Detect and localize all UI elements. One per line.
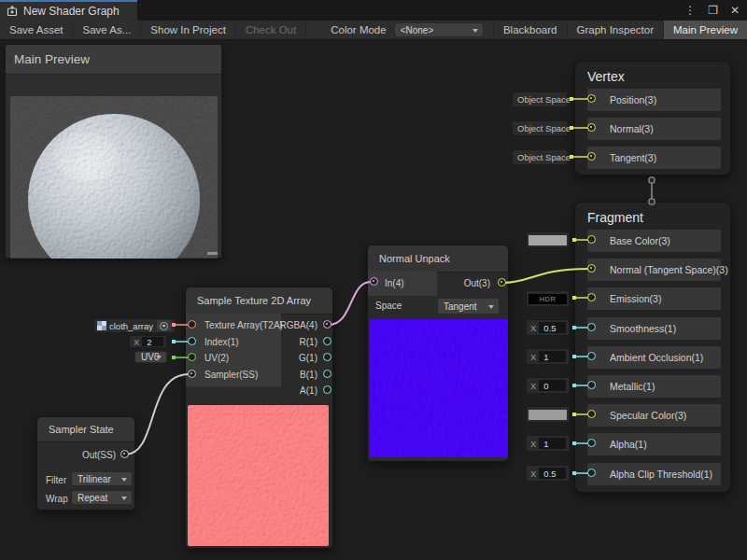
panel-resize-grip[interactable] [207, 252, 218, 255]
specular-color-swatch[interactable] [526, 406, 570, 423]
metallic-field[interactable]: X 0 [526, 377, 570, 394]
sampler-state-node[interactable]: Sampler State Out(SS) Filter Trilinear W… [36, 416, 135, 511]
uv-channel-value: UV0 [141, 352, 159, 362]
port-sampler-in[interactable] [188, 370, 196, 378]
main-preview-toggle[interactable]: Main Preview [663, 21, 747, 39]
tab-new-shader-graph[interactable]: New Shader Graph [0, 0, 137, 21]
smoothness-value[interactable]: 0.5 [539, 322, 566, 333]
port-b-out[interactable] [323, 370, 331, 378]
slot-position-label: Position(3) [610, 94, 656, 105]
slot-normal-ts[interactable]: Normal (Tangent Space)(3) [587, 259, 721, 281]
slot-specular-color[interactable]: Specular Color(3) [587, 404, 721, 427]
port-metallic[interactable] [587, 381, 596, 389]
slot-alpha[interactable]: Alpha(1) [587, 433, 721, 455]
graph-inspector-toggle[interactable]: Graph Inspector [567, 21, 663, 39]
x-label: X [530, 469, 536, 479]
ambient-occlusion-field[interactable]: X 1 [526, 348, 570, 365]
tab-title: New Shader Graph [23, 5, 120, 18]
window-menu-button[interactable]: ⋮ [684, 0, 696, 21]
shader-graph-canvas[interactable]: Main Preview Ver [0, 0, 747, 560]
fragment-node[interactable]: Fragment Base Color(3) Normal (Tangent S… [574, 202, 731, 493]
port-rgba-out[interactable] [323, 320, 331, 329]
port-g-out[interactable] [323, 353, 331, 361]
hdr-color-swatch: HDR [529, 294, 567, 304]
edge-rgba-to-in[interactable] [329, 282, 371, 325]
port-index-in[interactable] [188, 337, 196, 345]
smoothness-field[interactable]: X 0.5 [526, 319, 570, 336]
slot-alpha-clip-threshold[interactable]: Alpha Clip Threshold(1) [587, 463, 721, 485]
binding-badge-tangent[interactable]: Object Space [512, 149, 568, 165]
input-uv-label: UV(2) [204, 353, 229, 363]
port-r-out[interactable] [323, 337, 331, 345]
input-sampler-label: Sampler(SS) [204, 370, 258, 380]
normal-unpack-node[interactable]: Normal Unpack In(4) Out(3) Space Tangent [367, 245, 509, 462]
slot-tangent[interactable]: Tangent(3) [587, 147, 721, 169]
slot-metallic[interactable]: Metallic(1) [587, 375, 721, 398]
vertex-node[interactable]: Vertex Position(3) Normal(3) Tangent(3) [574, 61, 731, 175]
emission-hdr-swatch[interactable]: HDR [526, 290, 570, 307]
alpha-clip-field[interactable]: X 0.5 [526, 465, 570, 482]
badge-port-dot [570, 155, 573, 159]
index-input-field[interactable]: X 2 [129, 335, 167, 348]
space-dropdown[interactable]: Tangent [437, 298, 500, 315]
port-samplerstate-out[interactable] [120, 450, 129, 458]
binding-badge-normal[interactable]: Object Space [512, 120, 568, 136]
main-preview-panel[interactable]: Main Preview [5, 44, 222, 259]
output-a-label: A(1) [300, 385, 317, 396]
port-vertex-tangent[interactable] [587, 152, 596, 161]
alpha-value[interactable]: 1 [539, 438, 566, 449]
show-in-project-button[interactable]: Show In Project [141, 21, 236, 39]
port-uv-in[interactable] [188, 353, 196, 361]
port-ambient-occlusion[interactable] [587, 352, 596, 360]
base-color-swatch[interactable] [526, 231, 570, 248]
filter-dropdown[interactable]: Trilinear [71, 471, 133, 486]
metallic-value[interactable]: 0 [539, 380, 566, 391]
port-smoothness[interactable] [587, 323, 596, 331]
output-r-label: R(1) [300, 337, 317, 347]
out-ss-label: Out(SS) [82, 450, 116, 460]
port-normal-tangent-space[interactable] [587, 264, 596, 273]
alpha-field[interactable]: X 1 [526, 435, 570, 452]
x-label: X [530, 439, 536, 449]
preview-sphere[interactable] [6, 75, 221, 259]
slot-emission[interactable]: Emission(3) [587, 287, 721, 310]
port-emission[interactable] [587, 293, 596, 301]
alpha-clip-value[interactable]: 0.5 [539, 468, 566, 479]
port-specular-color[interactable] [587, 410, 596, 418]
main-preview-header[interactable]: Main Preview [6, 45, 221, 75]
blackboard-toggle[interactable]: Blackboard [493, 21, 567, 39]
in-label: In(4) [385, 278, 404, 288]
slot-normal[interactable]: Normal(3) [587, 118, 721, 140]
window-maximize-button[interactable]: ❐ [708, 0, 718, 21]
texture-array-object-field[interactable]: cloth_array [93, 318, 176, 333]
binding-badge-position[interactable]: Object Space [512, 91, 568, 107]
sample-texture-2d-array-node[interactable]: Sample Texture 2D Array Texture Array(T2… [185, 287, 333, 549]
uv-channel-dropdown[interactable]: UV0 [134, 351, 167, 363]
port-base-color[interactable] [587, 235, 596, 244]
object-picker-button[interactable] [157, 320, 171, 331]
port-unpack-in[interactable] [370, 277, 378, 286]
object-picker-icon [160, 322, 168, 330]
slot-smoothness[interactable]: Smoothness(1) [587, 317, 721, 340]
port-unpack-out[interactable] [498, 278, 506, 287]
save-asset-button[interactable]: Save Asset [0, 21, 74, 39]
window-close-button[interactable]: ✕ [730, 0, 740, 21]
port-alpha[interactable] [587, 439, 596, 447]
color-mode-dropdown[interactable]: <None> [394, 22, 484, 37]
port-texture-array-in[interactable] [188, 320, 196, 329]
widget-port-dot [572, 296, 576, 300]
port-alpha-clip-threshold[interactable] [587, 469, 596, 477]
port-a-out[interactable] [323, 385, 331, 394]
port-vertex-position[interactable] [587, 94, 596, 103]
save-as-button[interactable]: Save As... [74, 21, 142, 39]
index-value[interactable]: 2 [142, 337, 163, 346]
binding-badge-label: Object Space [517, 123, 571, 133]
widget-port-dot [572, 238, 576, 242]
slot-base-color[interactable]: Base Color(3) [587, 230, 721, 252]
port-vertex-normal[interactable] [587, 123, 596, 132]
ambient-occlusion-value[interactable]: 1 [539, 351, 566, 362]
sample-texture-preview [188, 405, 329, 546]
slot-position[interactable]: Position(3) [587, 89, 721, 111]
slot-ambient-occlusion[interactable]: Ambient Occlusion(1) [587, 346, 721, 369]
wrap-dropdown[interactable]: Repeat [71, 490, 133, 505]
